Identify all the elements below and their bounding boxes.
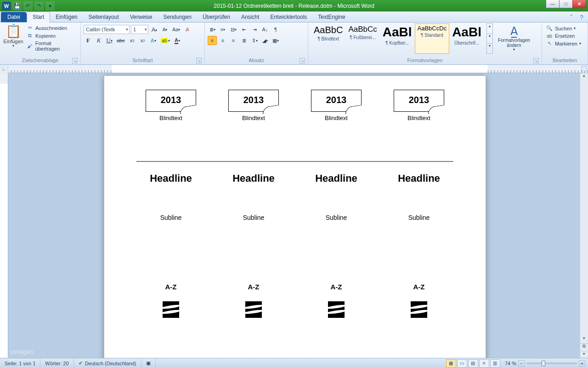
borders-button[interactable]: ▦▾	[271, 36, 280, 45]
align-right-button[interactable]: ≡	[229, 36, 238, 45]
tab-start[interactable]: Start	[27, 12, 50, 23]
text-effects-button[interactable]: A▾	[149, 36, 158, 45]
qat-redo-icon[interactable]: ↷	[34, 1, 44, 11]
shading-button[interactable]: ◢▾	[260, 36, 270, 45]
change-styles-button[interactable]: A̲ Formatvorlagen ändern ▾	[496, 23, 532, 54]
show-marks-button[interactable]: ¶	[271, 25, 280, 34]
scroll-up-icon[interactable]: ▴	[580, 73, 588, 80]
qat-undo-icon[interactable]: ↶	[23, 1, 33, 11]
replace-button[interactable]: abErsetzen	[545, 33, 585, 39]
status-proofing[interactable]: ✔Deutsch (Deutschland)	[74, 358, 141, 368]
highlight-button[interactable]: ab▾	[159, 36, 171, 45]
clear-formatting-button[interactable]: A̷	[183, 25, 192, 34]
paste-button[interactable]: 📋 Einfügen ▾	[3, 23, 24, 49]
draft-view-button[interactable]: ▥	[490, 359, 500, 368]
headline-0: Headline	[136, 172, 205, 184]
styles-scroll-up-icon[interactable]: ▴	[487, 24, 492, 34]
tab-einfuegen[interactable]: Einfügen	[50, 12, 83, 22]
ribbon: 📋 Einfügen ▾ ✂Ausschneiden ⧉Kopieren 🖌Fo…	[0, 23, 588, 65]
style-2[interactable]: AaBl¶ Kopfber...	[380, 23, 415, 54]
year-box: 2013	[228, 90, 279, 112]
tab-textengine[interactable]: TextEngine	[312, 12, 351, 22]
tab-entwicklertools[interactable]: Entwicklertools	[265, 12, 312, 22]
document-area[interactable]: 2013Blindtext2013Blindtext2013Blindtext2…	[8, 73, 580, 358]
style-0[interactable]: AaBbC¶ Blindtext	[311, 23, 345, 54]
style-4[interactable]: AaBlÜberschrif...	[449, 23, 484, 54]
horizontal-ruler[interactable]: ∟	[0, 65, 588, 73]
strikethrough-button[interactable]: abc	[115, 36, 126, 45]
find-button[interactable]: 🔍Suchen▾	[545, 25, 585, 32]
print-layout-view-button[interactable]: ▦	[446, 359, 456, 368]
styles-more-icon[interactable]: ▾	[487, 43, 492, 53]
styles-launcher-icon[interactable]: ↘	[533, 58, 539, 63]
change-case-button[interactable]: Aa▾	[171, 25, 181, 34]
vertical-ruler[interactable]	[0, 73, 8, 358]
maximize-button[interactable]: □	[559, 0, 573, 8]
font-launcher-icon[interactable]: ↘	[196, 58, 202, 63]
tab-selector-icon[interactable]: ∟	[0, 65, 8, 73]
status-page[interactable]: Seite: 1 von 1	[0, 358, 40, 368]
logo-icon	[328, 301, 345, 318]
decrease-indent-button[interactable]: ⇤	[239, 25, 249, 34]
view-ruler-toggle-icon[interactable]	[582, 66, 587, 71]
zoom-value[interactable]: 74 %	[505, 361, 516, 366]
underline-button[interactable]: U▾	[105, 36, 114, 45]
tab-ueberpruefen[interactable]: Überprüfen	[197, 12, 236, 22]
font-name-select[interactable]: Calibri (Textk	[84, 25, 130, 34]
zoom-out-button[interactable]: −	[518, 360, 525, 367]
label-col-1: 2013Blindtext	[219, 90, 288, 121]
fullscreen-reading-view-button[interactable]: ▭	[457, 359, 467, 368]
scroll-down-icon[interactable]: ▾	[580, 336, 588, 343]
cut-button[interactable]: ✂Ausschneiden	[25, 24, 78, 31]
prev-page-icon[interactable]: ⦿	[580, 344, 588, 351]
qat-save-icon[interactable]: 💾	[12, 1, 22, 11]
increase-indent-button[interactable]: ⇥	[250, 25, 259, 34]
sort-button[interactable]: A↓	[260, 25, 270, 34]
status-words[interactable]: Wörter: 20	[40, 358, 74, 368]
workspace: ∟ ▴ ▾ ⦿ ▾ 2013Blindtext2013Blindtext2013…	[0, 65, 588, 358]
clipboard-launcher-icon[interactable]: ↘	[72, 58, 78, 63]
superscript-button[interactable]: x2	[138, 36, 147, 45]
web-layout-view-button[interactable]: ▤	[468, 359, 478, 368]
style-3[interactable]: AaBbCcDc¶ Standard	[415, 23, 450, 54]
italic-button[interactable]: K	[94, 36, 103, 45]
vertical-scrollbar[interactable]: ▴ ▾ ⦿ ▾	[580, 73, 588, 358]
tab-verweise[interactable]: Verweise	[124, 12, 158, 22]
align-center-button[interactable]: ≡	[218, 36, 227, 45]
justify-button[interactable]: ≣	[239, 36, 249, 45]
tab-seitenlayout[interactable]: Seitenlayout	[83, 12, 124, 22]
close-button[interactable]: ✕	[572, 0, 586, 8]
line-spacing-button[interactable]: ⇕▾	[250, 36, 259, 45]
status-macro[interactable]: ▣	[141, 358, 156, 368]
outline-view-button[interactable]: ≡	[479, 359, 489, 368]
zoom-slider[interactable]	[526, 362, 577, 364]
select-button[interactable]: ↖Markieren▾	[545, 40, 585, 47]
align-left-button[interactable]: ≡	[208, 36, 217, 45]
cursor-icon: ↖	[546, 40, 553, 46]
minimize-ribbon-icon[interactable]: ˇ	[568, 13, 575, 21]
help-icon[interactable]: ?	[578, 13, 585, 21]
multilevel-button[interactable]: ⊟▾	[229, 25, 238, 34]
zoom-in-button[interactable]: +	[579, 360, 585, 367]
subline-0: Subline	[136, 214, 205, 221]
bold-button[interactable]: F	[84, 36, 93, 45]
format-painter-button[interactable]: 🖌Format übertragen	[25, 40, 78, 52]
tab-ansicht[interactable]: Ansicht	[236, 12, 265, 22]
font-color-button[interactable]: A▾	[173, 36, 182, 45]
subscript-button[interactable]: x2	[128, 36, 137, 45]
paragraph-launcher-icon[interactable]: ↘	[300, 58, 305, 63]
numbering-button[interactable]: ≡▾	[218, 25, 227, 34]
qat-customize-icon[interactable]: ▾	[45, 1, 55, 11]
brush-icon: 🖌	[26, 43, 34, 49]
grow-font-button[interactable]: A▴	[150, 25, 159, 34]
styles-scroll-down-icon[interactable]: ▾	[487, 34, 492, 44]
copy-button[interactable]: ⧉Kopieren	[25, 32, 78, 39]
minimize-button[interactable]: —	[546, 0, 560, 8]
next-page-icon[interactable]: ▾	[580, 351, 588, 358]
shrink-font-button[interactable]: A▾	[160, 25, 170, 34]
style-1[interactable]: AaBbCc¶ Fußberei...	[345, 23, 379, 54]
bullets-button[interactable]: ≣▾	[208, 25, 217, 34]
font-size-select[interactable]: 1	[131, 25, 148, 34]
file-tab[interactable]: Datei	[1, 12, 27, 22]
tab-sendungen[interactable]: Sendungen	[158, 12, 197, 22]
